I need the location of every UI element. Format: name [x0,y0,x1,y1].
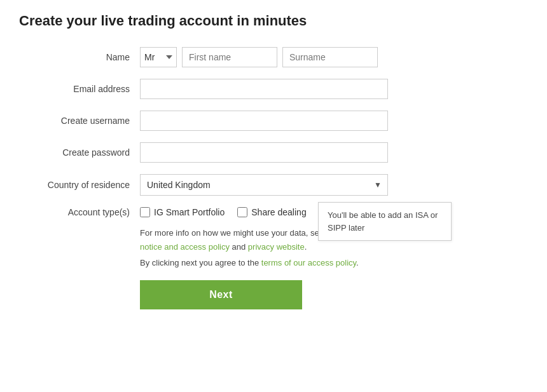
account-type-label: Account type(s) [25,207,140,217]
share-dealing-checkbox[interactable] [237,207,247,217]
page-title: Create your live trading account in minu… [19,13,528,29]
account-type-options: IG Smart Portfolio Share dealing You'll … [140,207,458,217]
privacy-intro-text: For more info on how we might use your d… [140,228,340,238]
terms-notice: By clicking next you agree to the terms … [140,258,388,267]
privacy-website-link[interactable]: privacy website [248,242,305,252]
next-button[interactable]: Next [140,280,302,309]
ig-smart-portfolio-checkbox[interactable] [140,207,150,217]
registration-form: Name Mr Mrs Ms Dr Email address Create u… [25,47,458,309]
title-select[interactable]: Mr Mrs Ms Dr [140,47,177,67]
email-inputs [140,79,458,99]
email-row: Email address [25,79,458,99]
account-type-row: Account type(s) IG Smart Portfolio Share… [25,207,458,217]
tooltip-text: You'll be able to add an ISA or SIPP lat… [328,210,438,233]
country-label: Country of residence [25,180,140,190]
firstname-input[interactable] [182,47,277,67]
account-type-tooltip: You'll be able to add an ISA or SIPP lat… [318,202,452,241]
share-dealing-group: Share dealing [237,207,306,217]
name-row: Name Mr Mrs Ms Dr [25,47,458,67]
country-select[interactable]: United Kingdom United States Australia G… [140,174,388,196]
username-row: Create username [25,111,458,131]
name-inputs: Mr Mrs Ms Dr [140,47,458,67]
share-dealing-label: Share dealing [251,207,306,217]
terms-link[interactable]: terms of our access policy [261,258,356,267]
terms-period: . [356,258,359,267]
email-label: Email address [25,84,140,94]
country-select-wrapper: United Kingdom United States Australia G… [140,174,388,196]
privacy-and-text: and [230,242,248,252]
surname-input[interactable] [282,47,378,67]
country-row: Country of residence United Kingdom Unit… [25,174,458,196]
username-inputs [140,111,458,131]
password-inputs [140,142,458,163]
username-input[interactable] [140,111,388,131]
username-label: Create username [25,116,140,126]
country-inputs: United Kingdom United States Australia G… [140,174,458,196]
password-row: Create password [25,142,458,163]
name-label: Name [25,52,140,62]
ig-smart-portfolio-label: IG Smart Portfolio [154,207,225,217]
privacy-period: . [305,242,307,252]
terms-prefix-text: By clicking next you agree to the [140,258,261,267]
password-label: Create password [25,147,140,158]
email-input[interactable] [140,79,388,99]
ig-smart-portfolio-group: IG Smart Portfolio [140,207,225,217]
password-input[interactable] [140,142,388,163]
